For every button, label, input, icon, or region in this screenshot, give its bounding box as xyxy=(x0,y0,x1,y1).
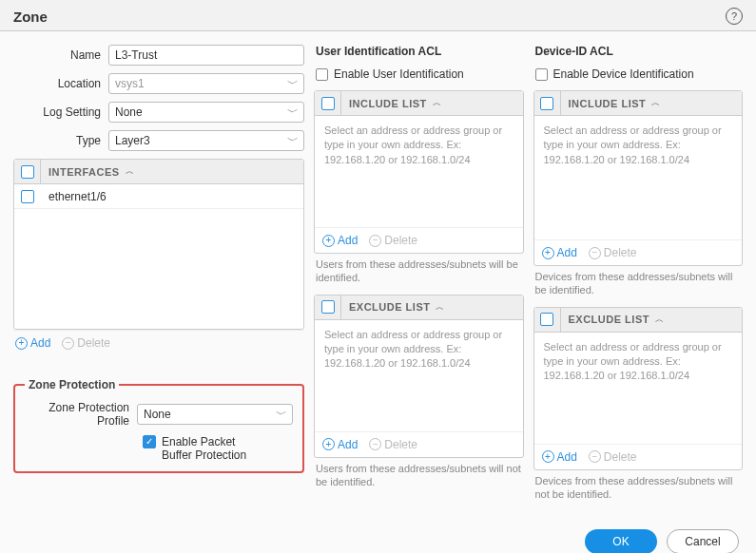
form-row-name: Name xyxy=(13,45,304,66)
user-acl-title: User Identification ACL xyxy=(316,45,524,58)
enable-user-id-checkbox[interactable] xyxy=(316,68,328,81)
help-icon[interactable]: ? xyxy=(726,8,743,25)
chevron-up-icon[interactable]: ︿ xyxy=(655,314,665,326)
device-include-list: INCLUDE LIST︿ Select an address or addre… xyxy=(533,90,744,266)
chevron-up-icon[interactable]: ︿ xyxy=(126,165,135,178)
device-exclude-list: EXCLUDE LIST︿ Select an address or addre… xyxy=(533,307,744,470)
form-row-zp-profile: Zone Protection Profile ﹀ xyxy=(25,401,293,428)
log-select[interactable] xyxy=(108,102,304,123)
device-acl-enable-row: Enable Device Identification xyxy=(535,67,744,81)
device-include-delete[interactable]: −Delete xyxy=(589,246,637,259)
enable-user-id-label: Enable User Identification xyxy=(334,67,464,81)
device-exclude-select-all[interactable] xyxy=(540,313,553,326)
user-exclude-add[interactable]: +Add xyxy=(322,438,358,451)
form-row-log: Log Setting ﹀ xyxy=(13,102,304,123)
location-label: Location xyxy=(13,77,108,90)
form-row-location: Location ﹀ xyxy=(13,73,304,94)
zone-protection-legend: Zone Protection xyxy=(25,378,119,391)
log-label: Log Setting xyxy=(13,105,108,119)
user-include-delete[interactable]: −Delete xyxy=(369,234,417,247)
user-exclude-select-all[interactable] xyxy=(321,300,335,314)
enable-device-id-checkbox[interactable] xyxy=(535,68,548,81)
device-include-actions: +Add −Delete xyxy=(534,239,743,265)
left-column: Name Location ﹀ Log Setting ﹀ Type ﹀ xyxy=(13,45,304,510)
name-label: Name xyxy=(13,48,108,62)
user-acl-enable-row: Enable User Identification xyxy=(316,67,524,81)
dialog-footer: OK Cancel xyxy=(0,510,756,553)
interfaces-grid: INTERFACES ︿ ethernet1/6 xyxy=(13,159,304,330)
type-label: Type xyxy=(13,134,108,147)
name-input[interactable] xyxy=(108,45,304,66)
device-exclude-actions: +Add −Delete xyxy=(534,444,743,469)
interface-name: ethernet1/6 xyxy=(41,190,303,203)
device-exclude-header: EXCLUDE LIST︿ xyxy=(534,308,743,333)
user-include-select-all[interactable] xyxy=(321,97,335,110)
device-include-add[interactable]: +Add xyxy=(542,246,577,259)
form-row-type: Type ﹀ xyxy=(13,130,304,151)
cancel-button[interactable]: Cancel xyxy=(667,529,739,553)
interfaces-add-button[interactable]: +Add xyxy=(15,336,50,350)
user-exclude-actions: +Add −Delete xyxy=(315,431,523,457)
enable-pbp-checkbox[interactable] xyxy=(143,435,156,448)
device-acl-column: Device-ID ACL Enable Device Identificati… xyxy=(533,45,744,510)
device-acl-title: Device-ID ACL xyxy=(535,45,744,58)
type-select[interactable] xyxy=(108,130,304,151)
user-include-add[interactable]: +Add xyxy=(322,234,358,247)
interfaces-header-label: INTERFACES xyxy=(48,166,120,178)
zone-protection-fieldset: Zone Protection Zone Protection Profile … xyxy=(13,378,304,473)
user-exclude-delete[interactable]: −Delete xyxy=(369,438,417,451)
interfaces-delete-button[interactable]: −Delete xyxy=(62,336,110,350)
chevron-up-icon[interactable]: ︿ xyxy=(651,97,661,109)
chevron-up-icon[interactable]: ︿ xyxy=(433,97,442,109)
chevron-up-icon[interactable]: ︿ xyxy=(436,301,445,314)
user-include-actions: +Add −Delete xyxy=(315,227,523,253)
user-exclude-list: EXCLUDE LIST︿ Select an address or addre… xyxy=(314,295,524,458)
enable-pbp-label: Enable Packet Buffer Protection xyxy=(162,435,257,462)
interfaces-select-all-checkbox[interactable] xyxy=(21,165,34,179)
location-select[interactable] xyxy=(108,73,304,94)
interface-row-checkbox[interactable] xyxy=(21,190,34,203)
device-include-note: Devices from these addresses/subnets wil… xyxy=(535,270,744,297)
user-include-placeholder: Select an address or address group or ty… xyxy=(315,116,523,227)
device-include-header: INCLUDE LIST︿ xyxy=(534,91,743,116)
device-exclude-note: Devices from these addresses/subnets wil… xyxy=(535,474,744,502)
interfaces-body: ethernet1/6 xyxy=(14,184,303,329)
zp-profile-label: Zone Protection Profile xyxy=(25,401,137,428)
device-exclude-add[interactable]: +Add xyxy=(542,450,577,464)
device-include-placeholder: Select an address or address group or ty… xyxy=(534,116,743,239)
user-include-note: Users from these addresses/subnets will … xyxy=(316,257,524,285)
interfaces-row[interactable]: ethernet1/6 xyxy=(14,184,303,209)
device-include-select-all[interactable] xyxy=(540,97,553,110)
ok-button[interactable]: OK xyxy=(585,529,657,553)
enable-device-id-label: Enable Device Identification xyxy=(553,67,694,81)
dialog-title: Zone xyxy=(13,9,48,25)
dialog-body: Name Location ﹀ Log Setting ﹀ Type ﹀ xyxy=(0,31,756,510)
interfaces-actions: +Add −Delete xyxy=(13,330,304,355)
minus-icon: − xyxy=(62,337,74,350)
user-exclude-note: Users from these addresses/subnets will … xyxy=(316,462,524,489)
user-acl-column: User Identification ACL Enable User Iden… xyxy=(314,45,524,510)
dialog-header: Zone ? xyxy=(0,0,756,31)
plus-icon: + xyxy=(15,337,28,350)
zp-profile-select[interactable] xyxy=(137,404,293,425)
user-include-header: INCLUDE LIST︿ xyxy=(315,91,523,116)
device-exclude-delete[interactable]: −Delete xyxy=(589,450,637,464)
user-exclude-placeholder: Select an address or address group or ty… xyxy=(315,320,523,431)
user-include-list: INCLUDE LIST︿ Select an address or addre… xyxy=(314,90,524,254)
interfaces-header: INTERFACES ︿ xyxy=(14,160,303,184)
device-exclude-placeholder: Select an address or address group or ty… xyxy=(534,333,743,444)
user-exclude-header: EXCLUDE LIST︿ xyxy=(315,296,523,320)
